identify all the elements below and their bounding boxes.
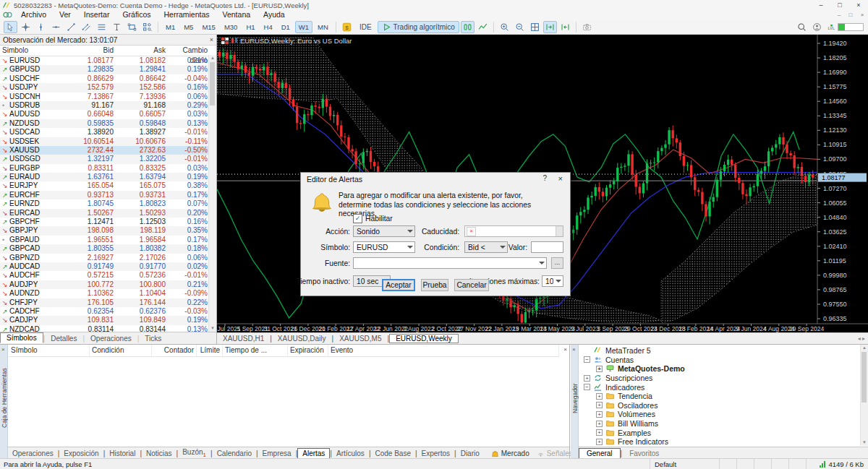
tree-expander-plus-icon[interactable]: +	[596, 393, 603, 400]
market-watch-scrollbar[interactable]: ▲ ▼	[208, 55, 216, 332]
alerts-column-simbolo[interactable]: Símbolo	[9, 345, 90, 356]
child-restore-button[interactable]: □	[845, 11, 856, 20]
navigator-item-bill-williams[interactable]: +Bill Williams	[579, 419, 859, 429]
condition-select[interactable]: Bid <	[464, 241, 508, 253]
toolbox-tab-exposicion[interactable]: Exposición	[59, 449, 103, 458]
market-watch-row-usdchf[interactable]: ↗USDCHF 0.86629 0.86642 -0.04%	[0, 74, 216, 83]
mwtab-ticks[interactable]: Ticks	[139, 334, 167, 343]
checkbox-check-icon[interactable]: ✓	[353, 214, 362, 223]
toolbox-tab-empresa[interactable]: Empresa	[258, 449, 296, 458]
alerts-column-limite[interactable]: Límite	[197, 345, 223, 356]
timeframe-m15-button[interactable]: M15	[198, 21, 218, 33]
tree-expander-minus-icon[interactable]: −	[584, 384, 590, 390]
objects-tool-button[interactable]	[140, 21, 154, 33]
max-iterations-select[interactable]: 10	[542, 275, 563, 287]
navigator-item-cuentas[interactable]: −Cuentas	[579, 356, 859, 365]
market-watch-row-gbpusd[interactable]: ↗GBPUSD 1.29835 1.29841 0.19%	[0, 65, 216, 74]
menu-insertar[interactable]: Insertar	[77, 10, 116, 19]
grid-button[interactable]	[528, 21, 542, 33]
market-watch-row-usdcad[interactable]: ↘USDCAD 1.38920 1.38927 -0.01%	[0, 128, 216, 137]
market-watch-row-audusd[interactable]: ↘AUDUSD 0.66048 0.66057 0.03%	[0, 110, 216, 119]
toolbox-senales-button[interactable]: Señales	[537, 449, 573, 457]
community-button[interactable]	[810, 21, 824, 33]
chart-tab-xauusd-m5[interactable]: XAUUSD,M5	[333, 335, 387, 343]
child-close-button[interactable]: ×	[856, 11, 868, 20]
accept-button[interactable]: Aceptar	[382, 279, 415, 291]
menu-ver[interactable]: Ver	[53, 10, 77, 19]
tree-expander-plus-icon[interactable]: +	[596, 429, 603, 436]
market-watch-row-chfjpy[interactable]: ↘CHFJPY 176.105 176.144 0.22%	[0, 298, 216, 307]
close-button[interactable]: ×	[849, 1, 868, 10]
menu-ayuda[interactable]: Ayuda	[257, 10, 292, 19]
toolbox-tab-articulos[interactable]: Artículos	[332, 449, 369, 458]
timeframe-m1-button[interactable]: M1	[162, 21, 179, 33]
mwtab-detalles[interactable]: Detalles	[45, 334, 82, 343]
alerts-column-condicion[interactable]: Condición	[90, 345, 152, 356]
scroll-down-icon[interactable]: ▼	[209, 325, 216, 332]
market-watch-row-usdsek[interactable]: ↘USDSEK 10.60514 10.60676 -0.11%	[0, 137, 216, 146]
market-watch-row-nzdusd[interactable]: ↗NZDUSD 0.59835 0.59848 0.13%	[0, 119, 216, 128]
source-combobox[interactable]	[353, 257, 547, 269]
market-watch-close-icon[interactable]: ×	[210, 36, 213, 43]
market-watch-row-audjpy[interactable]: ↘AUDJPY 100.772 100.800 0.21%	[0, 280, 216, 289]
navigator-item-metaquotes-demo[interactable]: +MetaQuotes-Demo	[579, 364, 859, 374]
line-chart-style-button[interactable]	[476, 21, 490, 33]
toolbox-close2-icon[interactable]: ×	[563, 346, 567, 353]
market-watch-row-cadjpy[interactable]: ↘CADJPY 109.831 109.849 0.19%	[0, 316, 216, 324]
market-watch-row-usdjpy[interactable]: ↘USDJPY 152.579 152.586 0.16%	[0, 83, 216, 92]
scrollbar-thumb[interactable]	[861, 352, 867, 403]
market-dollar-button[interactable]: $	[340, 21, 354, 33]
enable-checkbox[interactable]: ✓ Habilitar	[353, 214, 393, 223]
market-watch-row-gbpaud[interactable]: •GBPAUD 1.96551 1.96584 0.17%	[0, 236, 216, 244]
alerts-column-tiempo-de[interactable]: Tiempo de ...	[223, 345, 288, 356]
timeframe-h1-button[interactable]: H1	[242, 21, 258, 33]
search-button[interactable]	[795, 21, 809, 33]
ide-button[interactable]: IDE	[355, 21, 376, 33]
dialog-titlebar[interactable]: Editor de Alertas ? ×	[301, 173, 570, 185]
market-watch-column-headers[interactable]: SimboloBidAskCambio diario	[0, 46, 216, 56]
menu-herramientas[interactable]: Herramientas	[157, 10, 216, 19]
toolbox-close-icon[interactable]: ×	[1, 346, 5, 353]
dialog-help-button[interactable]: ?	[542, 174, 547, 182]
navigator-close-icon[interactable]: ×	[572, 346, 576, 353]
market-watch-row-eurgbp[interactable]: ↘EURGBP 0.83311 0.83325 0.03%	[0, 164, 216, 173]
toolbox-tab-calendario[interactable]: Calendario	[213, 449, 256, 458]
menu-graficos[interactable]: Gráficos	[116, 10, 157, 19]
maximize-button[interactable]: □	[830, 1, 849, 10]
market-watch-row-audnzd[interactable]: ↘AUDNZD 1.10362 1.10404 -0.09%	[0, 289, 216, 298]
candles-style-button[interactable]	[461, 21, 475, 33]
market-watch-row-audcad[interactable]: ↗AUDCAD 0.91749 0.91770 0.02%	[0, 262, 216, 271]
cancel-button[interactable]: Cancelar	[454, 279, 489, 291]
navigator-item-suscripciones[interactable]: +Suscripciones	[579, 374, 859, 383]
child-minimize-button[interactable]: –	[833, 11, 845, 20]
mwtab-simbolos[interactable]: Símbolos	[0, 332, 43, 343]
market-watch-row-eurusd[interactable]: ↘EURUSD 1.08177 1.08182 0.21%	[0, 56, 216, 65]
market-watch-row-usdcnh[interactable]: ↘USDCNH 7.13867 7.13936 0.06%	[0, 92, 216, 101]
chart-tab-xauusd-daily[interactable]: XAUUSD,Daily	[272, 335, 332, 343]
market-watch-row-audchf[interactable]: ↘AUDCHF 0.57215 0.57236 -0.01%	[0, 271, 216, 280]
status-profile[interactable]: Default	[650, 459, 719, 469]
toolbox-tab-operaciones[interactable]: Operaciones	[8, 449, 58, 458]
market-watch-row-eurchf[interactable]: ↗EURCHF 0.93713 0.93731 0.17%	[0, 191, 216, 199]
scrollbar-thumb[interactable]	[210, 62, 215, 106]
timeframe-w1-button[interactable]: W1	[295, 21, 312, 33]
browse-button[interactable]: ...	[551, 257, 563, 269]
tab-scroll-right-icon[interactable]: ▸	[862, 335, 865, 342]
navigator-scrollbar[interactable]: ▲ ▼	[860, 345, 868, 446]
toolbox-tab-historial[interactable]: Historial	[105, 449, 140, 458]
tab-scroll-left-icon[interactable]: ◂	[858, 335, 861, 342]
navigator-item-tendencia[interactable]: +Tendencia	[579, 392, 859, 401]
market-watch-row-gbpcad[interactable]: ↗GBPCAD 1.80355 1.80382 0.18%	[0, 244, 216, 253]
tree-expander-minus-icon[interactable]: −	[584, 356, 590, 363]
shift-end-button[interactable]	[543, 21, 557, 33]
timeframe-m30-button[interactable]: M30	[221, 21, 241, 33]
value-input[interactable]	[531, 241, 563, 253]
timeframe-h4-button[interactable]: H4	[260, 21, 276, 33]
market-watch-row-euraud[interactable]: ↗EURAUD 1.63761 1.63794 0.19%	[0, 173, 216, 181]
toolbox-tab-diario[interactable]: Diario	[456, 449, 484, 458]
alerts-column-expiracion[interactable]: Expiración	[288, 345, 328, 356]
tree-expander-plus-icon[interactable]: +	[596, 366, 603, 372]
timeframe-mn-button[interactable]: MN	[314, 21, 332, 33]
vertical-line-tool-button[interactable]	[34, 21, 48, 33]
screenshot-button[interactable]	[580, 21, 594, 33]
